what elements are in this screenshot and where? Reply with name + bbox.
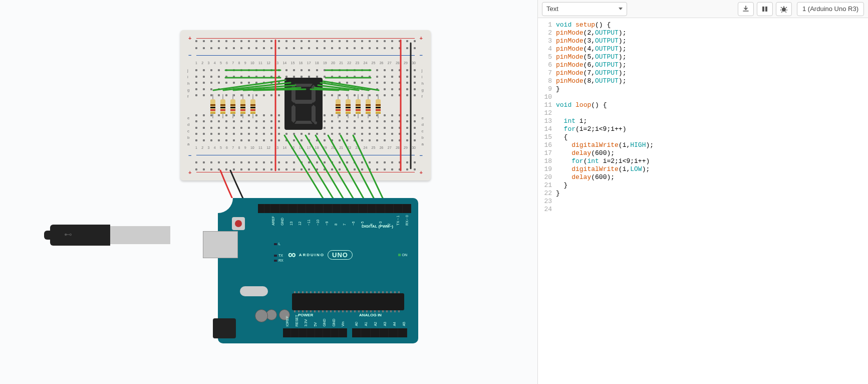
capacitor: [255, 309, 268, 322]
digital-header-right[interactable]: [271, 204, 411, 213]
resistor-3[interactable]: [230, 95, 235, 117]
line-number-gutter: 123456789101112131415161718192021222324: [538, 21, 556, 384]
code-panel: Text 1 (Arduino Uno R3) 1234567891011121…: [537, 0, 868, 384]
on-led: ON: [398, 253, 408, 257]
resistor-8[interactable]: [356, 95, 361, 117]
breadboard-col-labels-top: 1234567891011121314151617181920212223242…: [195, 61, 416, 65]
svg-marker-6: [294, 100, 314, 104]
device-selector[interactable]: 1 (Arduino Uno R3): [797, 2, 864, 16]
arduino-logo: ∞ ARDUINO UNO: [288, 248, 353, 261]
power-header[interactable]: [283, 328, 347, 337]
svg-marker-0: [295, 84, 313, 87]
circuit-canvas[interactable]: + + − − + + − − 123456789101112131415161…: [0, 0, 537, 384]
l-led: L: [274, 242, 280, 246]
resistor-5[interactable]: [250, 95, 255, 117]
breadboard-col-labels-bot: 1234567891011121314151617181920212223242…: [195, 146, 416, 149]
resistor-9[interactable]: [366, 95, 371, 117]
resistor-4[interactable]: [240, 95, 245, 117]
resistor-10[interactable]: [376, 95, 381, 117]
resistor-1[interactable]: [210, 95, 215, 117]
code-editor[interactable]: 123456789101112131415161718192021222324 …: [538, 18, 868, 384]
debug-button[interactable]: [776, 2, 792, 16]
tx-rx-leds: TX RX: [274, 253, 283, 263]
arduino-dc-jack: [213, 318, 236, 338]
svg-marker-1: [312, 85, 316, 103]
download-icon: [742, 6, 749, 13]
analog-section-label: ANALOG IN: [359, 313, 382, 317]
svg-marker-4: [292, 105, 296, 123]
usb-icon: ⊷: [64, 230, 72, 239]
arduino-usb-port: [203, 231, 238, 258]
svg-marker-2: [312, 105, 316, 123]
power-pin-labels: IOREFRESET3.3V5VGNDGNDVin: [285, 315, 345, 326]
breadboard-row-labels-left: jihgfedcba: [187, 68, 189, 146]
code-content[interactable]: void setup() {pinMode(2,OUTPUT);pinMode(…: [556, 21, 868, 384]
resistor-6[interactable]: [336, 95, 341, 117]
svg-point-7: [314, 121, 317, 124]
book-icon: [761, 6, 768, 13]
analog-pin-labels: A0A1A2A3A4A5: [354, 322, 406, 326]
chevron-down-icon: [619, 8, 623, 10]
svg-marker-3: [295, 121, 313, 124]
seven-segment-display[interactable]: [284, 78, 323, 130]
library-button[interactable]: [757, 2, 773, 16]
arduino-crystal: [240, 286, 268, 296]
arduino-uno-board[interactable]: AREFGND1312~11~10~987~6~54~32TX→1RX←0 DI…: [218, 198, 418, 343]
bug-icon: [780, 6, 787, 13]
arduino-reset-button[interactable]: [232, 217, 245, 230]
svg-point-32: [782, 8, 786, 12]
resistor-7[interactable]: [346, 95, 351, 117]
download-button[interactable]: [738, 2, 754, 16]
digital-section-label: DIGITAL (PWM~): [362, 224, 393, 229]
code-mode-dropdown[interactable]: Text: [542, 2, 627, 16]
svg-marker-5: [292, 85, 296, 103]
code-toolbar: Text 1 (Arduino Uno R3): [538, 0, 868, 18]
analog-header[interactable]: [352, 328, 407, 337]
resistor-2[interactable]: [220, 95, 225, 117]
breadboard-row-labels-right: jihgfedcba: [422, 68, 424, 146]
arduino-atmega-chip: [292, 293, 404, 310]
power-section-label: POWER: [298, 313, 313, 317]
usb-cable[interactable]: ⊷: [50, 225, 170, 246]
